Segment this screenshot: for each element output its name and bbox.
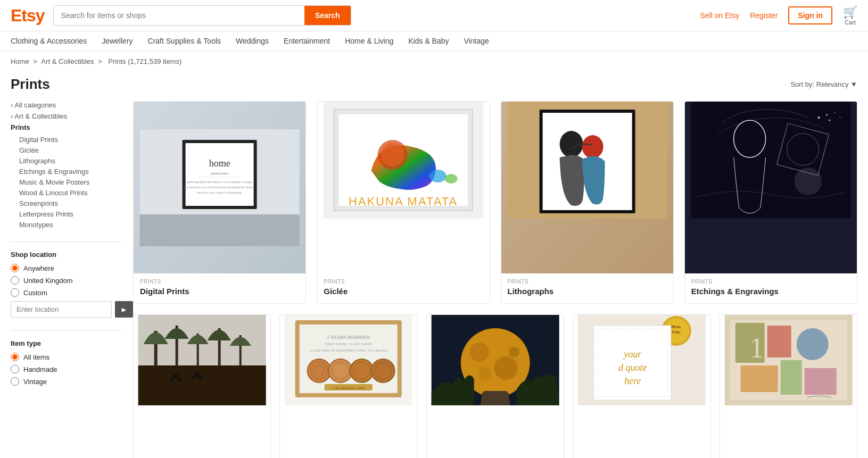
breadcrumb-sep-1: > <box>33 57 39 65</box>
sidebar-sub-mono[interactable]: Monotypes <box>11 221 122 229</box>
page-title: Prints <box>11 76 50 93</box>
product-card-digital[interactable]: home [hom] noun a gathering place for fa… <box>133 101 306 304</box>
product-image-giclee: HAKUNA MATATA <box>317 102 489 273</box>
nav-home[interactable]: Home & Living <box>345 37 393 45</box>
sidebar-divider-1 <box>11 242 122 242</box>
search-button[interactable]: Search <box>304 6 351 25</box>
shop-location-title: Shop location <box>11 251 122 259</box>
product-card-letter[interactable]: REAL FOIL your d quote here PRINTS Let <box>573 314 710 458</box>
sell-on-etsy-link[interactable]: Sell on Etsy <box>700 11 739 20</box>
svg-text:FOIL: FOIL <box>672 330 681 334</box>
svg-point-29 <box>829 120 830 121</box>
product-name-digital: Digital Prints <box>140 287 299 296</box>
location-arrow-button[interactable]: ► <box>115 301 133 318</box>
item-type-all-radio[interactable] <box>11 353 19 361</box>
sign-in-button[interactable]: Sign in <box>788 6 832 24</box>
product-info-letter: PRINTS Letterpress Prints <box>573 452 710 458</box>
cart-icon[interactable]: 🛒 Cart <box>843 5 857 26</box>
item-type-vintage[interactable]: Vintage <box>11 377 122 386</box>
product-card-music[interactable]: PRINTS Music & Movie Posters <box>133 314 271 458</box>
sidebar-sub-wood[interactable]: Wood & Linocut Prints <box>11 189 122 197</box>
product-info-giclee: PRINTS Giclée <box>317 273 489 303</box>
product-info-mono: PRINTS Monotypes <box>720 452 857 458</box>
item-type-all[interactable]: All items <box>11 353 122 361</box>
breadcrumb: Home > Art & Collectibles > Prints (1,72… <box>0 51 868 72</box>
sidebar-sub-digital[interactable]: Digital Prints <box>11 136 122 144</box>
cart-svg: 🛒 <box>843 5 857 19</box>
svg-point-30 <box>839 117 840 118</box>
location-uk-label: United Kingdom <box>23 277 73 285</box>
product-card-mono[interactable]: 1 PRINTS Monotypes <box>720 314 857 458</box>
product-card-giclee[interactable]: HAKUNA MATATA PRINTS Giclée <box>317 101 490 304</box>
location-uk-radio[interactable] <box>11 276 19 285</box>
location-uk[interactable]: United Kingdom <box>11 276 122 285</box>
svg-text:home: home <box>209 158 230 169</box>
sidebar-sub-giclee[interactable]: Giclée <box>11 146 122 154</box>
svg-text:REAL: REAL <box>671 325 682 329</box>
nav-jewellery[interactable]: Jewellery <box>102 37 133 45</box>
sidebar-sub-music[interactable]: Music & Movie Posters <box>11 178 122 186</box>
register-link[interactable]: Register <box>750 11 778 20</box>
sidebar-item-type: Item type All items Handmade Vintage <box>11 339 122 386</box>
nav-entertainment[interactable]: Entertainment <box>284 37 330 45</box>
nav-craft[interactable]: Craft Supplies & Tools <box>148 37 221 45</box>
location-input-row: ► <box>11 301 122 318</box>
sidebar-sub-litho[interactable]: Lithographs <box>11 157 122 165</box>
etsy-logo[interactable]: etsy <box>11 6 45 26</box>
nav-clothing[interactable]: Clothing & Accessories <box>11 37 87 45</box>
svg-point-45 <box>170 378 173 381</box>
location-anywhere-radio[interactable] <box>11 264 19 272</box>
products-grid: home [hom] noun a gathering place for fa… <box>133 101 857 458</box>
location-input[interactable] <box>11 301 112 318</box>
svg-rect-44 <box>171 378 180 379</box>
product-category-etching: PRINTS <box>691 279 850 285</box>
sidebar-prints-label: Prints <box>11 123 122 131</box>
product-card-wood[interactable]: 5 YEARS MARRIED FIRST NAME + LAST NAME A… <box>279 314 417 458</box>
item-type-vintage-label: Vintage <box>23 378 47 386</box>
header: etsy Search Sell on Etsy Register Sign i… <box>0 0 868 31</box>
location-custom[interactable]: Custom <box>11 288 122 297</box>
sort-by[interactable]: Sort by: Relevancy ▼ <box>790 80 857 88</box>
product-image-digital: home [hom] noun a gathering place for fa… <box>134 102 305 273</box>
svg-point-24 <box>582 135 603 159</box>
sidebar: ‹ All categories ‹ Art & Collectibles Pr… <box>11 101 133 458</box>
sidebar-all-categories[interactable]: ‹ All categories <box>11 101 122 109</box>
cart-label: Cart <box>845 19 856 26</box>
svg-rect-91 <box>780 360 801 395</box>
svg-text:[hom] noun: [hom] noun <box>211 171 228 176</box>
svg-point-34 <box>795 168 821 195</box>
svg-point-72 <box>494 356 517 380</box>
svg-point-57 <box>308 359 331 382</box>
sidebar-sub-letter[interactable]: Letterpress Prints <box>11 210 122 218</box>
product-card-screen[interactable]: PRINTS Screenprints <box>426 314 564 458</box>
nav-kids[interactable]: Kids & Baby <box>408 37 449 45</box>
breadcrumb-art[interactable]: Art & Collectibles <box>42 57 94 65</box>
location-anywhere[interactable]: Anywhere <box>11 264 122 272</box>
product-name-litho: Lithographs <box>508 287 667 296</box>
item-type-handmade[interactable]: Handmade <box>11 365 122 373</box>
sidebar-sub-etch[interactable]: Etchings & Engravings <box>11 168 122 176</box>
sidebar-art-collectibles[interactable]: ‹ Art & Collectibles <box>11 112 122 120</box>
search-input[interactable] <box>54 6 304 25</box>
item-type-handmade-radio[interactable] <box>11 365 19 373</box>
product-card-etching[interactable]: PRINTS Etchings & Engravings <box>684 101 857 304</box>
nav-weddings[interactable]: Weddings <box>236 37 269 45</box>
location-anywhere-label: Anywhere <box>23 264 54 272</box>
svg-text:here: here <box>624 376 641 386</box>
product-category-digital: PRINTS <box>140 279 299 285</box>
svg-point-18 <box>429 170 447 182</box>
breadcrumb-home[interactable]: Home <box>11 57 29 65</box>
svg-point-50 <box>200 377 203 380</box>
search-bar: Search <box>53 5 351 26</box>
products-bottom-row: PRINTS Music & Movie Posters 5 YEARS MAR… <box>133 314 857 458</box>
nav-vintage[interactable]: Vintage <box>464 37 489 45</box>
item-type-vintage-radio[interactable] <box>11 377 19 386</box>
breadcrumb-current: Prints (1,721,539 items) <box>108 57 181 65</box>
header-right: Sell on Etsy Register Sign in 🛒 Cart <box>700 5 857 26</box>
product-card-litho[interactable]: PRINTS Lithographs <box>501 101 674 304</box>
product-info-wood: PRINTS Wood & Linocut Prints <box>280 452 417 458</box>
sidebar-sub-screen[interactable]: Screenprints <box>11 199 122 207</box>
product-image-music <box>134 315 270 452</box>
product-image-letter: REAL FOIL your d quote here <box>573 315 710 452</box>
location-custom-radio[interactable] <box>11 288 19 297</box>
